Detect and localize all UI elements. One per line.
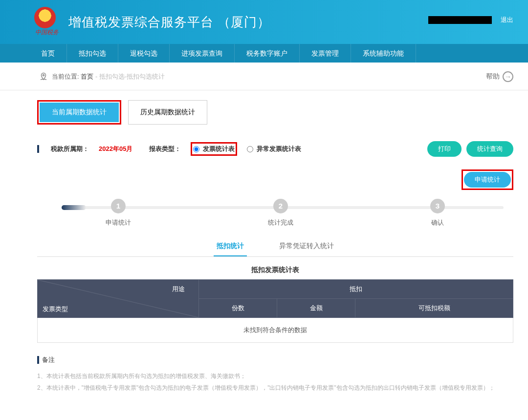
th-count: 份数: [199, 299, 277, 318]
tax-emblem-icon: ★: [34, 7, 56, 28]
logout-link[interactable]: 退出: [501, 16, 513, 24]
radio-invoice-stats[interactable]: 发票统计表: [193, 145, 235, 153]
print-button[interactable]: 打印: [427, 141, 462, 157]
remark-note-1: 1、本统计表包括当前税款所属期内所有勾选为抵扣的增值税发票、海关缴款书；: [37, 370, 513, 382]
apply-stats-button[interactable]: 申请统计: [464, 172, 511, 188]
remark-note-2: 2、本统计表中，"增值税电子专用发票"包含勾选为抵扣的电子发票（增值税专用发票）…: [37, 382, 513, 394]
th-invoice-type: 发票类型: [43, 305, 68, 314]
deduct-stats-table: 发票类型 用途 抵扣 份数 金额 可抵扣税额 未找到符合条件的数据: [37, 279, 513, 343]
highlight-apply-button: 申请统计: [462, 169, 513, 190]
tab-current-period[interactable]: 当前属期数据统计: [40, 103, 119, 122]
query-button[interactable]: 统计查询: [466, 141, 513, 157]
section-bar-icon: [37, 145, 39, 153]
highlight-current-tab: 当前属期数据统计: [37, 100, 121, 125]
svg-point-0: [43, 75, 44, 76]
logo-subtitle: 中国税务: [35, 28, 59, 37]
nav-deduct[interactable]: 抵扣勾选: [67, 44, 118, 63]
nav-system-aux[interactable]: 系统辅助功能: [351, 44, 416, 63]
step-1-number: 1: [111, 199, 126, 213]
step-1-label: 申请统计: [106, 218, 131, 227]
top-banner: ★ 中国税务 增值税发票综合服务平台 （厦门） 退出: [0, 0, 528, 44]
nav-refund[interactable]: 退税勾选: [118, 44, 170, 63]
app-title: 增值税发票综合服务平台 （厦门）: [68, 14, 270, 31]
breadcrumb-tail: - 抵扣勾选-抵扣勾选统计: [95, 73, 165, 80]
breadcrumb: 当前位置: 首页 - 抵扣勾选-抵扣勾选统计 帮助 →: [0, 63, 528, 90]
radio-abnormal-stats[interactable]: 异常发票统计表: [247, 145, 301, 153]
tab-deduct-stats[interactable]: 抵扣统计: [214, 242, 247, 256]
th-amount: 金额: [277, 299, 355, 318]
step-2-number: 2: [273, 199, 288, 213]
report-type-label: 报表类型：: [149, 145, 181, 153]
th-tax: 可抵扣税额: [355, 299, 513, 318]
nav-digital-account[interactable]: 税务数字账户: [235, 44, 300, 63]
section-bar-icon: [37, 356, 39, 364]
step-3-label: 确认: [430, 218, 445, 227]
progress-stepper: 1申请统计 2统计完成 3确认: [37, 199, 513, 227]
nav-invoice-mgmt[interactable]: 发票管理: [300, 44, 351, 63]
th-deduct: 抵扣: [199, 280, 513, 299]
tab-abnormal-voucher[interactable]: 异常凭证转入统计: [276, 242, 337, 256]
highlight-report-type: 发票统计表: [191, 142, 237, 156]
tax-period-value: 2022年05月: [99, 145, 132, 153]
main-nav: 首页 抵扣勾选 退税勾选 进项发票查询 税务数字账户 发票管理 系统辅助功能: [0, 44, 528, 63]
arrow-right-icon[interactable]: →: [503, 71, 513, 82]
table-no-data: 未找到符合条件的数据: [38, 318, 513, 343]
step-2-label: 统计完成: [268, 218, 293, 227]
nav-home[interactable]: 首页: [29, 44, 67, 63]
help-link[interactable]: 帮助: [486, 72, 500, 81]
remark-title: 备注: [42, 356, 55, 364]
tab-history-period[interactable]: 历史属期数据统计: [128, 100, 207, 125]
location-icon: [39, 72, 48, 81]
table-title: 抵扣发票统计表: [37, 266, 513, 274]
th-use: 用途: [172, 285, 185, 294]
breadcrumb-home[interactable]: 首页: [81, 73, 93, 80]
nav-input-query[interactable]: 进项发票查询: [170, 44, 235, 63]
step-3-number: 3: [430, 199, 445, 213]
user-info-redacted: [428, 16, 492, 24]
tax-period-label: 税款所属期：: [51, 145, 89, 153]
breadcrumb-label: 当前位置:: [52, 73, 79, 80]
